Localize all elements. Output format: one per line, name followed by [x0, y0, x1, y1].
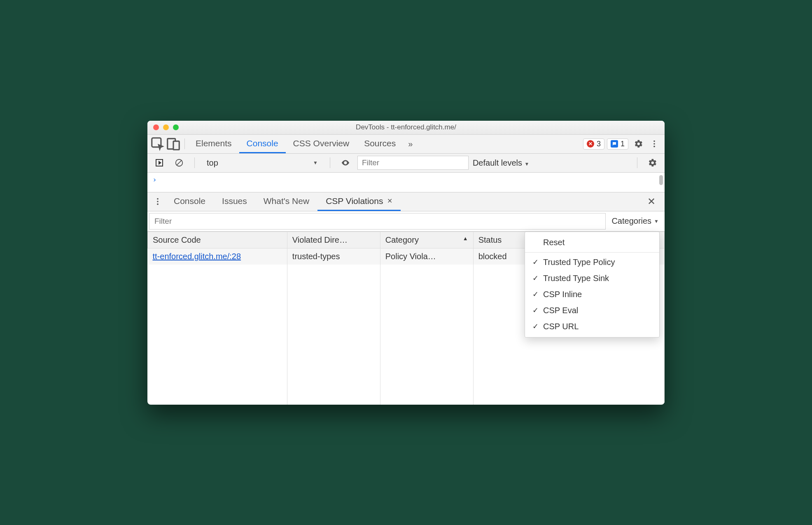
log-levels-select[interactable]: Default levels ▼ [473, 158, 530, 168]
console-settings-icon[interactable] [645, 155, 660, 170]
error-count-badge[interactable]: ✕ 3 [583, 138, 604, 150]
kebab-menu-icon[interactable] [646, 136, 662, 151]
svg-point-5 [653, 146, 655, 148]
settings-icon[interactable] [631, 136, 646, 151]
window-title: DevTools - tt-enforced.glitch.me/ [147, 123, 665, 131]
titlebar: DevTools - tt-enforced.glitch.me/ [147, 121, 665, 135]
categories-reset[interactable]: Reset [525, 234, 659, 251]
chevron-down-icon: ▼ [525, 161, 530, 167]
tab-elements[interactable]: Elements [188, 135, 239, 153]
separator [637, 157, 637, 168]
message-icon [611, 140, 618, 148]
separator [525, 252, 659, 253]
csp-table-area: Source Code Violated Dire… Category▲ Sta… [147, 232, 665, 405]
categories-dropdown[interactable]: Categories ▼ [606, 211, 665, 231]
drawer-tabstrip: Console Issues What's New CSP Violations… [147, 192, 665, 211]
console-prompt[interactable]: › [147, 173, 665, 192]
csp-filter-input[interactable] [149, 213, 606, 230]
violation-source-link[interactable]: tt-enforced.glitch.me/:28 [153, 252, 241, 261]
live-expression-icon[interactable] [338, 155, 353, 170]
message-count-badge[interactable]: 1 [607, 138, 628, 150]
category-option[interactable]: CSP Eval [525, 302, 659, 319]
col-source[interactable]: Source Code [148, 232, 287, 248]
device-toolbar-icon[interactable] [166, 136, 181, 151]
separator [330, 157, 330, 168]
category-option[interactable]: Trusted Type Policy [525, 254, 659, 270]
svg-point-8 [157, 198, 159, 200]
main-tabstrip: Elements Console CSS Overview Sources » … [147, 135, 665, 154]
tab-css-overview[interactable]: CSS Overview [286, 135, 357, 153]
close-drawer-icon[interactable]: ✕ [641, 196, 662, 207]
col-directive[interactable]: Violated Dire… [287, 232, 380, 248]
console-toolbar: top ▼ Default levels ▼ [147, 154, 665, 173]
svg-point-3 [653, 141, 655, 142]
drawer-menu-icon[interactable] [150, 194, 166, 209]
scrollbar[interactable] [659, 175, 663, 185]
svg-rect-2 [173, 141, 179, 150]
category-option[interactable]: CSP URL [525, 319, 659, 335]
sort-asc-icon: ▲ [463, 235, 468, 241]
chevron-down-icon: ▼ [654, 218, 659, 224]
execution-context-select[interactable]: top ▼ [202, 156, 322, 170]
separator [194, 157, 195, 168]
tab-console[interactable]: Console [239, 135, 286, 153]
drawer-tab-whats-new[interactable]: What's New [255, 192, 317, 211]
tab-sources[interactable]: Sources [357, 135, 403, 153]
categories-menu: Reset Trusted Type Policy Trusted Type S… [525, 232, 660, 338]
clear-console-icon[interactable] [171, 155, 187, 170]
console-filter-input[interactable] [357, 156, 469, 170]
more-tabs-icon[interactable]: » [403, 139, 418, 149]
separator [184, 138, 185, 149]
drawer-tab-csp-violations[interactable]: CSP Violations ✕ [317, 192, 401, 211]
csp-filter-row: Categories ▼ [147, 211, 665, 232]
toggle-sidebar-icon[interactable] [152, 155, 167, 170]
error-icon: ✕ [587, 140, 594, 148]
violation-directive: trusted-types [287, 248, 380, 265]
violation-category: Policy Viola… [380, 248, 473, 265]
devtools-window: DevTools - tt-enforced.glitch.me/ Elemen… [147, 121, 665, 405]
svg-point-10 [157, 204, 159, 205]
svg-point-4 [653, 143, 655, 145]
svg-line-7 [177, 160, 182, 166]
svg-point-9 [157, 201, 159, 202]
drawer-tab-console[interactable]: Console [166, 192, 214, 211]
category-option[interactable]: CSP Inline [525, 286, 659, 302]
drawer-tab-issues[interactable]: Issues [214, 192, 255, 211]
inspect-element-icon[interactable] [150, 136, 166, 151]
col-category[interactable]: Category▲ [380, 232, 473, 248]
chevron-down-icon: ▼ [313, 160, 318, 166]
close-tab-icon[interactable]: ✕ [387, 197, 392, 205]
category-option[interactable]: Trusted Type Sink [525, 270, 659, 286]
